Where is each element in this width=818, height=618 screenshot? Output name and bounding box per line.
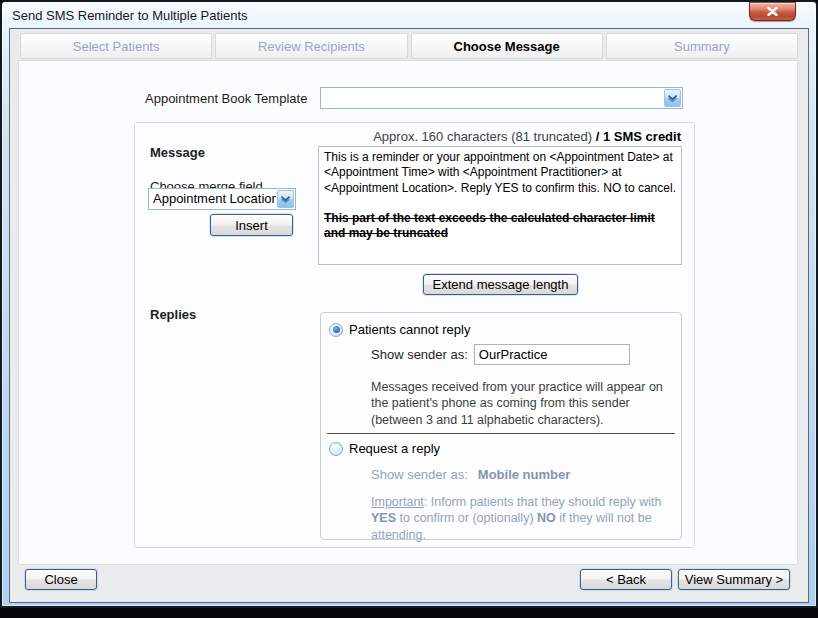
important-label: Important bbox=[371, 495, 424, 509]
wizard-tabs: Select Patients Review Recipients Choose… bbox=[20, 33, 798, 59]
radio-selected-icon[interactable] bbox=[329, 323, 343, 337]
radio-label: Request a reply bbox=[349, 441, 440, 456]
close-button-label: Close bbox=[44, 572, 77, 587]
sender-description: Messages received from your practice wil… bbox=[371, 379, 665, 428]
template-label: Appointment Book Template bbox=[145, 91, 307, 106]
template-combobox-dropdown[interactable] bbox=[664, 89, 681, 107]
close-button[interactable]: Close bbox=[25, 569, 97, 590]
tab-label: Choose Message bbox=[454, 39, 560, 54]
radio-label: Patients cannot reply bbox=[349, 322, 470, 337]
mobile-number-value: Mobile number bbox=[478, 467, 570, 482]
insert-button[interactable]: Insert bbox=[210, 214, 293, 236]
radio-unselected-icon[interactable] bbox=[329, 442, 343, 456]
chevron-down-icon bbox=[668, 95, 677, 102]
merge-field-combobox[interactable]: Appointment Location bbox=[148, 188, 296, 210]
tab-label: Select Patients bbox=[73, 39, 160, 54]
close-icon bbox=[767, 7, 778, 16]
back-button[interactable]: < Back bbox=[580, 569, 672, 590]
tab-label: Review Recipients bbox=[258, 39, 365, 54]
radio-request-a-reply[interactable]: Request a reply bbox=[329, 441, 440, 456]
replies-box: Patients cannot reply Show sender as: Me… bbox=[320, 312, 682, 540]
title-bar[interactable]: Send SMS Reminder to Multiple Patients bbox=[4, 3, 814, 27]
message-truncated-text: This part of the text exceeds the calcul… bbox=[324, 211, 676, 242]
no-text: NO bbox=[537, 511, 556, 525]
reply-sender-row: Show sender as: Mobile number bbox=[371, 467, 570, 482]
show-sender-as-label: Show sender as: bbox=[371, 467, 468, 482]
tab-summary[interactable]: Summary bbox=[606, 33, 798, 59]
extend-message-length-button[interactable]: Extend message length bbox=[423, 274, 578, 295]
radio-patients-cannot-reply[interactable]: Patients cannot reply bbox=[329, 322, 470, 337]
replies-section-label: Replies bbox=[150, 307, 196, 322]
important-note: Important: Inform patients that they sho… bbox=[371, 494, 671, 543]
message-textarea[interactable]: This is a reminder or your appointment o… bbox=[318, 146, 682, 265]
back-button-label: < Back bbox=[606, 572, 646, 587]
tab-review-recipients[interactable]: Review Recipients bbox=[215, 33, 407, 59]
important-text: to confirm or (optionally) bbox=[396, 511, 537, 525]
sender-row: Show sender as: bbox=[371, 344, 630, 365]
close-window-button[interactable] bbox=[749, 2, 796, 21]
counter-credit: / 1 SMS credit bbox=[596, 129, 681, 144]
merge-field-dropdown[interactable] bbox=[277, 190, 294, 208]
sms-character-counter: Approx. 160 characters (81 truncated) / … bbox=[373, 129, 681, 144]
message-body: This is a reminder or your appointment o… bbox=[324, 150, 676, 195]
dialog-window: Send SMS Reminder to Multiple Patients S… bbox=[0, 0, 818, 618]
template-combobox[interactable] bbox=[320, 87, 683, 109]
message-section-label: Message bbox=[150, 145, 205, 160]
important-text: : Inform patients that they should reply… bbox=[424, 495, 662, 509]
show-sender-as-label: Show sender as: bbox=[371, 347, 468, 362]
tab-select-patients[interactable]: Select Patients bbox=[20, 33, 212, 59]
view-summary-button-label: View Summary > bbox=[685, 572, 783, 587]
chevron-down-icon bbox=[281, 196, 290, 203]
sender-name-input[interactable] bbox=[474, 344, 630, 365]
merge-field-value: Appointment Location bbox=[149, 189, 276, 209]
template-combobox-value bbox=[321, 88, 663, 108]
extend-button-label: Extend message length bbox=[433, 277, 569, 292]
section-divider bbox=[327, 433, 675, 434]
tab-label: Summary bbox=[674, 39, 730, 54]
view-summary-button[interactable]: View Summary > bbox=[678, 569, 790, 590]
insert-button-label: Insert bbox=[235, 218, 268, 233]
window-title: Send SMS Reminder to Multiple Patients bbox=[12, 8, 248, 23]
tab-choose-message[interactable]: Choose Message bbox=[411, 33, 603, 59]
yes-text: YES bbox=[371, 511, 396, 525]
counter-text: Approx. 160 characters (81 truncated) bbox=[373, 129, 596, 144]
